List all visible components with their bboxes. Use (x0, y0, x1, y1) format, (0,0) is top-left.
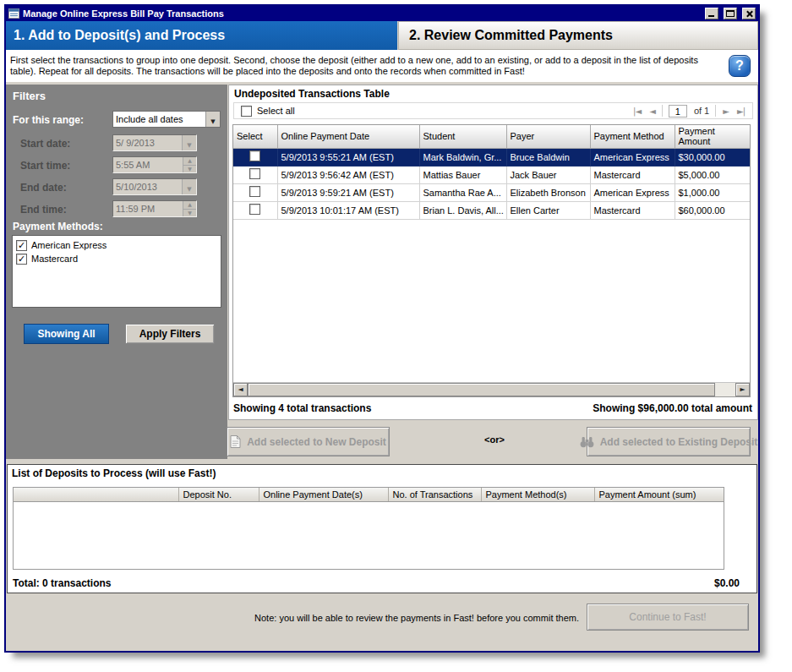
next-page-icon[interactable]: ► (718, 107, 733, 116)
or-label: <or> (462, 434, 527, 445)
row-checkbox[interactable] (249, 204, 260, 215)
table-toolbar: Select all |◄ ◄ 1 of 1 ► ►| (233, 102, 753, 119)
col-online-payment-dates: Online Payment Date(s) (259, 488, 388, 501)
pager-divider (715, 105, 716, 117)
start-date-dropdown-button: ▼ (182, 135, 196, 150)
cell-amount: $5,000.00 (675, 166, 750, 183)
col-select[interactable]: Select (233, 125, 277, 148)
start-time-value: 5:55 AM (113, 157, 183, 172)
first-page-icon[interactable]: |◄ (629, 107, 645, 116)
table-row[interactable]: 5/9/2013 9:55:21 AM (EST) Mark Baldwin, … (233, 148, 750, 166)
end-date-field: 5/10/2013 ▼ (112, 178, 197, 195)
cell-amount: $1,000.00 (675, 183, 750, 201)
deposits-title: List of Deposits to Process (will use Fa… (12, 467, 216, 479)
spin-up-icon: ▲ (183, 157, 196, 166)
client-area: 1. Add to Deposit(s) and Process 2. Revi… (6, 21, 758, 651)
minimize-button[interactable] (705, 8, 718, 19)
col-payment-methods: Payment Method(s) (481, 488, 594, 501)
date-range-dropdown-button[interactable]: ▼ (205, 112, 220, 127)
cell-payer: Bruce Baldwin (506, 148, 590, 166)
minimize-icon (708, 15, 714, 17)
col-blank (14, 488, 178, 501)
scrollbar-thumb[interactable] (248, 383, 715, 396)
deposits-header-row: Deposit No. Online Payment Date(s) No. o… (14, 488, 724, 501)
start-time-field: 5:55 AM ▲▼ (112, 156, 197, 173)
add-to-existing-deposit-label: Add selected to Existing Deposit (600, 436, 758, 448)
binoculars-icon (580, 436, 594, 448)
payment-methods-listbox[interactable]: ✓ American Express ✓ Mastercard (12, 235, 221, 308)
deposits-total-label: Total: 0 transactions (13, 577, 111, 589)
scroll-right-icon[interactable]: ► (735, 383, 750, 396)
date-range-value: Include all dates (113, 112, 205, 127)
col-payer[interactable]: Payer (506, 125, 590, 148)
select-all-checkbox[interactable] (241, 106, 252, 117)
page-number-input[interactable]: 1 (669, 105, 687, 117)
close-button[interactable] (742, 8, 756, 19)
filters-title: Filters (13, 90, 46, 102)
deposits-section: List of Deposits to Process (will use Fa… (7, 464, 757, 593)
desktop: Manage Online Express Bill Pay Transacti… (0, 0, 792, 672)
row-checkbox[interactable] (249, 186, 260, 197)
add-to-new-deposit-label: Add selected to New Deposit (247, 436, 386, 448)
add-to-new-deposit-button[interactable]: Add selected to New Deposit (227, 427, 390, 456)
dialog-window: Manage Online Express Bill Pay Transacti… (4, 4, 760, 653)
transactions-grid: Select Online Payment Date Student Payer… (232, 124, 751, 397)
tab-add-to-deposits[interactable]: 1. Add to Deposit(s) and Process (6, 21, 397, 50)
end-date-dropdown-button: ▼ (182, 179, 196, 194)
new-deposit-icon (230, 435, 241, 448)
add-to-existing-deposit-button[interactable]: Add selected to Existing Deposit (587, 427, 751, 456)
date-range-label: For this range: (13, 114, 84, 126)
last-page-icon[interactable]: ►| (733, 107, 749, 116)
pager-divider (662, 105, 663, 117)
end-time-spinner: ▲▼ (183, 201, 196, 216)
cell-date: 5/9/2013 9:59:21 AM (EST) (277, 183, 419, 201)
col-payment-amount[interactable]: Payment Amount (675, 125, 750, 148)
cell-method: American Express (590, 183, 675, 201)
cell-method: Mastercard (590, 201, 675, 219)
end-time-value: 11:59 PM (113, 201, 183, 216)
transactions-table-title: Undeposited Transactions Table (234, 88, 390, 100)
scroll-left-icon[interactable]: ◄ (233, 383, 248, 396)
payment-method-option[interactable]: ✓ American Express (16, 238, 217, 252)
cell-amount: $30,000.00 (675, 148, 750, 166)
transactions-count-summary: Showing 4 total transactions (233, 402, 371, 414)
cell-payer: Elizabeth Bronson (506, 183, 590, 201)
table-header-row: Select Online Payment Date Student Payer… (233, 125, 750, 148)
deposits-total-amount: $0.00 (714, 577, 740, 589)
pager: |◄ ◄ 1 of 1 ► ►| (629, 105, 749, 117)
date-range-select[interactable]: Include all dates ▼ (112, 111, 221, 128)
window-title: Manage Online Express Bill Pay Transacti… (23, 8, 700, 19)
checkbox-mastercard[interactable]: ✓ (16, 254, 27, 265)
cell-student: Mattias Bauer (419, 166, 506, 183)
continue-to-fast-button[interactable]: Continue to Fast! (587, 604, 749, 631)
tab-review-committed-payments[interactable]: 2. Review Committed Payments (398, 21, 758, 50)
table-row[interactable]: 5/9/2013 9:59:21 AM (EST) Samantha Rae A… (233, 183, 750, 201)
horizontal-scrollbar[interactable]: ◄ ► (233, 382, 750, 396)
prev-page-icon[interactable]: ◄ (645, 107, 659, 116)
filters-panel: Filters For this range: Include all date… (6, 85, 227, 459)
row-checkbox[interactable] (249, 150, 260, 161)
col-payment-method[interactable]: Payment Method (590, 125, 675, 148)
chevron-down-icon: ▼ (210, 118, 215, 125)
spin-down-icon: ▼ (183, 210, 196, 217)
titlebar[interactable]: Manage Online Express Bill Pay Transacti… (6, 6, 758, 21)
instructions-text: First select the transactions to group i… (6, 50, 758, 82)
deposits-grid: Deposit No. Online Payment Date(s) No. o… (13, 487, 724, 570)
start-date-label: Start date: (20, 138, 70, 150)
payment-method-option[interactable]: ✓ Mastercard (16, 252, 217, 265)
maximize-button[interactable] (724, 8, 737, 19)
cell-date: 5/9/2013 10:01:17 AM (EST) (277, 201, 419, 219)
row-checkbox[interactable] (249, 168, 260, 179)
col-online-payment-date[interactable]: Online Payment Date (277, 125, 419, 148)
table-row[interactable]: 5/9/2013 9:56:42 AM (EST) Mattias Bauer … (233, 166, 750, 183)
apply-filters-button[interactable]: Apply Filters (125, 324, 215, 344)
cell-method: Mastercard (590, 166, 675, 183)
undeposited-transactions-panel: Undeposited Transactions Table Select al… (228, 85, 758, 420)
showing-all-button[interactable]: Showing All (24, 324, 109, 344)
transactions-amount-summary: Showing $96,000.00 total amount (593, 402, 752, 414)
col-no-of-transactions: No. of Transactions (388, 488, 481, 501)
checkbox-american-express[interactable]: ✓ (16, 240, 27, 251)
help-icon[interactable]: ? (729, 55, 751, 77)
table-row[interactable]: 5/9/2013 10:01:17 AM (EST) Brian L. Davi… (233, 201, 750, 219)
col-student[interactable]: Student (419, 125, 506, 148)
